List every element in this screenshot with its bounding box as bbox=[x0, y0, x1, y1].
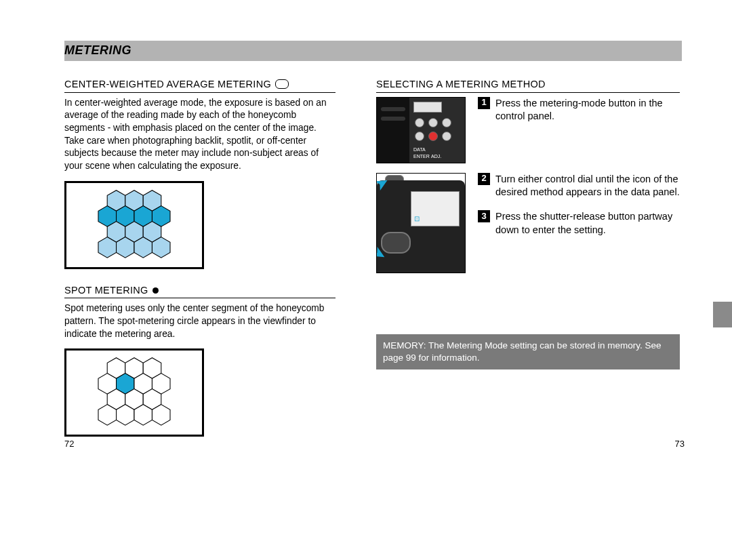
panel-label-enter: ENTER bbox=[413, 153, 430, 159]
step-2-number: 2 bbox=[478, 173, 490, 185]
honeycomb-cw-svg bbox=[73, 188, 195, 262]
lcd-metering-icon: ⊡ bbox=[414, 214, 420, 223]
heading-selecting-label: SELECTING A METERING METHOD bbox=[376, 78, 546, 91]
center-weighted-icon bbox=[275, 79, 289, 89]
illustration-control-panel: DATA ENTER ADJ. bbox=[376, 97, 466, 163]
spot-icon bbox=[152, 287, 159, 294]
step-1-text: Press the metering-mode button in the co… bbox=[495, 97, 680, 123]
body-spot: Spot metering uses only the center segme… bbox=[64, 302, 336, 340]
honeycomb-spot bbox=[64, 348, 204, 437]
heading-center-weighted-label: CENTER-WEIGHTED AVERAGE METERING bbox=[64, 78, 271, 91]
body-center-weighted: In center-weighted average mode, the exp… bbox=[64, 97, 336, 173]
step-3-text: Press the shutter-release button partway… bbox=[495, 210, 680, 237]
step-3-number: 3 bbox=[478, 210, 490, 222]
step-1: 1 Press the metering-mode button in the … bbox=[478, 97, 680, 123]
step-2-text: Turn either control dial until the icon … bbox=[495, 173, 680, 199]
panel-label-adj: ADJ. bbox=[431, 153, 441, 159]
step-2: 2 Turn either control dial until the ico… bbox=[478, 173, 680, 199]
illustration-shoulder: ⊡ ➤ ➤ bbox=[376, 173, 466, 273]
heading-selecting: SELECTING A METERING METHOD bbox=[376, 78, 680, 93]
memory-note: MEMORY: The Metering Mode setting can be… bbox=[376, 334, 680, 369]
page-number-right: 73 bbox=[675, 439, 685, 450]
step-1-number: 1 bbox=[478, 97, 490, 109]
panel-label-data: DATA bbox=[413, 146, 426, 153]
page-title: METERING bbox=[64, 41, 131, 61]
heading-spot: SPOT METERING bbox=[64, 284, 336, 299]
page-number-left: 72 bbox=[64, 439, 74, 450]
step-3: 3 Press the shutter-release button partw… bbox=[478, 210, 680, 237]
honeycomb-center-weighted bbox=[64, 181, 204, 269]
header-band bbox=[64, 41, 682, 61]
heading-spot-label: SPOT METERING bbox=[64, 284, 148, 297]
honeycomb-spot-svg bbox=[73, 355, 195, 430]
heading-center-weighted: CENTER-WEIGHTED AVERAGE METERING bbox=[64, 78, 336, 93]
section-tab bbox=[713, 302, 732, 327]
